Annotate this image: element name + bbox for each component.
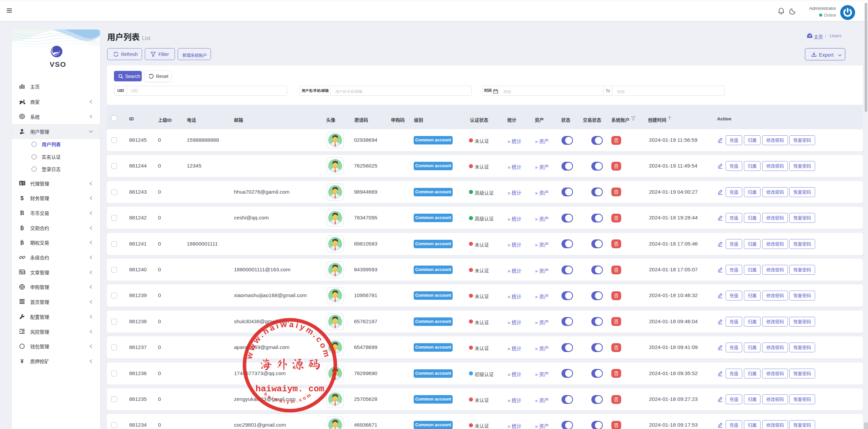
svg-text:¥: ¥ [21,358,24,364]
svg-text:www.haiwaiym.com: www.haiwaiym.com [244,319,332,360]
svg-text:海外源码: 海外源码 [260,358,323,371]
svg-text:B: B [20,210,24,216]
svg-text:B: B [20,239,24,246]
svg-text:$: $ [20,195,24,201]
svg-text:B: B [20,225,24,231]
